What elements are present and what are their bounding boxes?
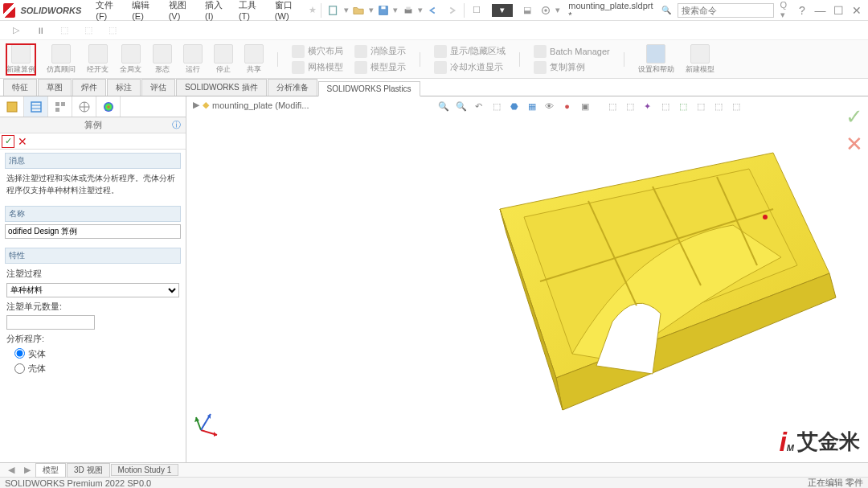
menu-tools[interactable]: 工具(T) — [234, 0, 268, 23]
menu-window[interactable]: 窗口(W) — [270, 0, 307, 23]
menu-view[interactable]: 视图(V) — [164, 0, 199, 23]
bottom-tab-motion[interactable]: Motion Study 1 — [111, 464, 179, 476]
new-icon[interactable] — [326, 1, 342, 20]
loop-icon[interactable]: ⬚ — [103, 21, 122, 40]
ribbon-run[interactable]: 运行 — [183, 44, 203, 75]
tab-evaluate[interactable]: 评估 — [141, 79, 175, 96]
close-button[interactable]: ✕ — [848, 4, 865, 17]
ribbon-cooling-display[interactable]: 冷却水道显示 — [434, 61, 506, 74]
zoom-window-icon[interactable]: 🔍 — [453, 98, 469, 114]
quickaccess-expand[interactable]: ▾ — [492, 4, 513, 17]
ribbon-new-model[interactable]: 新建模型 — [686, 44, 714, 75]
stop-icon[interactable]: ⬚ — [79, 21, 98, 40]
redo-icon[interactable] — [443, 1, 460, 20]
plastics-tool-6[interactable]: ⬚ — [693, 98, 709, 114]
menu-edit[interactable]: 编辑(E) — [127, 0, 162, 23]
ribbon-stop[interactable]: 停止 — [214, 44, 233, 75]
ribbon-advisor[interactable]: 仿真顾问 — [47, 44, 76, 75]
ribbon-new-study[interactable]: 新建算例 — [6, 44, 35, 75]
ok-button[interactable]: ✓ — [2, 135, 14, 148]
appearance-icon[interactable]: ● — [559, 98, 575, 114]
graphics-viewport[interactable]: ▶ ◆ mounting_plate (Modifi... 🔍 🔍 ↶ ⬚ ⬣ … — [186, 96, 868, 462]
tab-weldments[interactable]: 焊件 — [72, 79, 106, 96]
view-orient-icon[interactable]: ⬣ — [506, 98, 522, 114]
plastics-tool-4[interactable]: ⬚ — [657, 98, 674, 114]
ribbon-cavity-layout[interactable]: 横穴布局 — [292, 45, 343, 58]
options-icon[interactable] — [537, 1, 554, 20]
record-icon[interactable]: ⬚ — [55, 21, 74, 40]
watermark: iM 艾金米 — [779, 426, 860, 457]
triad-icon[interactable] — [193, 406, 225, 438]
ribbon-clear-display[interactable]: 消除显示 — [354, 45, 406, 58]
help-icon[interactable]: ? — [794, 4, 811, 17]
cancel-button[interactable]: ✕ — [18, 135, 27, 148]
minimize-button[interactable]: — — [812, 4, 829, 17]
play-icon[interactable]: ▷ — [6, 21, 26, 40]
prev-view-icon[interactable]: ↶ — [471, 98, 487, 114]
step-icon[interactable]: ⏸ — [31, 21, 50, 40]
menu-file[interactable]: 文件(F) — [91, 0, 125, 23]
select-icon[interactable]: ☐ — [469, 1, 485, 20]
ribbon-copy-study[interactable]: 复制算例 — [534, 61, 610, 74]
print-icon[interactable] — [399, 1, 416, 20]
radio-solid[interactable]: 实体 — [14, 347, 179, 361]
ribbon-item-3[interactable]: 经开支 — [87, 44, 108, 75]
ribbon-show-hide[interactable]: 显示/隐藏区域 — [434, 45, 506, 58]
sidetab-dimxpert[interactable] — [72, 96, 96, 117]
plastics-tool-3[interactable]: ✦ — [640, 98, 656, 114]
tab-plastics[interactable]: SOLIDWORKS Plastics — [318, 81, 420, 96]
svg-rect-2 — [381, 6, 385, 9]
radio-shell[interactable]: 壳体 — [14, 362, 179, 375]
ribbon-share[interactable]: 共享 — [244, 44, 264, 75]
viewport-reject-icon[interactable]: ✕ — [845, 132, 863, 157]
study-name-input[interactable] — [5, 224, 181, 239]
hide-show-icon[interactable]: 👁 — [542, 98, 558, 114]
bottom-tab-prev[interactable]: ◀ — [3, 465, 19, 475]
menu-insert[interactable]: 插入(I) — [200, 0, 232, 23]
section-props-header: 特性 — [5, 248, 181, 264]
plastics-tool-2[interactable]: ⬚ — [622, 98, 638, 114]
plastics-tool-5[interactable]: ⬚ — [675, 98, 691, 114]
ribbon-item-5[interactable]: 形态 — [153, 44, 172, 75]
undo-icon[interactable] — [424, 1, 441, 20]
scene-icon[interactable]: ▣ — [577, 98, 593, 114]
zoom-fit-icon[interactable]: 🔍 — [436, 98, 452, 114]
maximize-button[interactable]: ☐ — [830, 4, 847, 17]
svg-point-26 — [763, 215, 768, 219]
search-input[interactable] — [678, 3, 774, 18]
plastics-tool-1[interactable]: ⬚ — [604, 98, 620, 114]
material-select[interactable]: 单种材料 — [6, 283, 179, 297]
menu-bar: SOLIDWORKS 文件(F) 编辑(E) 视图(V) 插入(I) 工具(T)… — [0, 0, 868, 21]
ribbon-batch-manager[interactable]: Batch Manager — [534, 45, 610, 58]
tab-features[interactable]: 特征 — [3, 79, 37, 96]
tab-sketch[interactable]: 草图 — [38, 79, 72, 96]
bottom-tab-model[interactable]: 模型 — [35, 463, 66, 478]
ribbon-mesh-model[interactable]: 网格模型 — [292, 61, 343, 74]
units-input[interactable] — [6, 315, 95, 330]
panel-help-icon[interactable]: ⓘ — [172, 119, 181, 131]
app-logo-icon — [3, 3, 15, 18]
sidetab-appearance[interactable] — [96, 96, 121, 117]
sidetab-feature-tree[interactable] — [0, 96, 24, 117]
sidetab-config-manager[interactable] — [48, 96, 72, 117]
open-icon[interactable] — [350, 1, 367, 20]
viewport-accept-icon[interactable]: ✓ — [845, 105, 863, 129]
ribbon-settings-help[interactable]: 设置和帮助 — [638, 44, 674, 75]
display-style-icon[interactable]: ▦ — [524, 98, 540, 114]
app-name: SOLIDWORKS — [20, 6, 81, 15]
ribbon-model-display[interactable]: 模型显示 — [354, 61, 406, 74]
tab-annotate[interactable]: 标注 — [107, 79, 141, 96]
bottom-tab-3dview[interactable]: 3D 视图 — [67, 463, 110, 478]
sidetab-property-manager[interactable] — [24, 96, 48, 117]
plastics-tool-7[interactable]: ⬚ — [710, 98, 727, 114]
plastics-tool-8[interactable]: ⬚ — [728, 98, 744, 114]
rebuild-icon[interactable]: ⬓ — [519, 1, 536, 20]
save-icon[interactable] — [375, 1, 392, 20]
tab-addins[interactable]: SOLIDWORKS 插件 — [176, 79, 267, 96]
bottom-tab-next[interactable]: ▶ — [19, 465, 35, 475]
breadcrumb[interactable]: ▶ ◆ mounting_plate (Modifi... — [193, 100, 309, 110]
section-view-icon[interactable]: ⬚ — [489, 98, 505, 114]
tab-analysis-prep[interactable]: 分析准备 — [268, 79, 317, 96]
ribbon-item-4[interactable]: 全局支 — [120, 44, 141, 75]
file-tab[interactable]: mounting_plate.sldprt * — [562, 0, 659, 22]
